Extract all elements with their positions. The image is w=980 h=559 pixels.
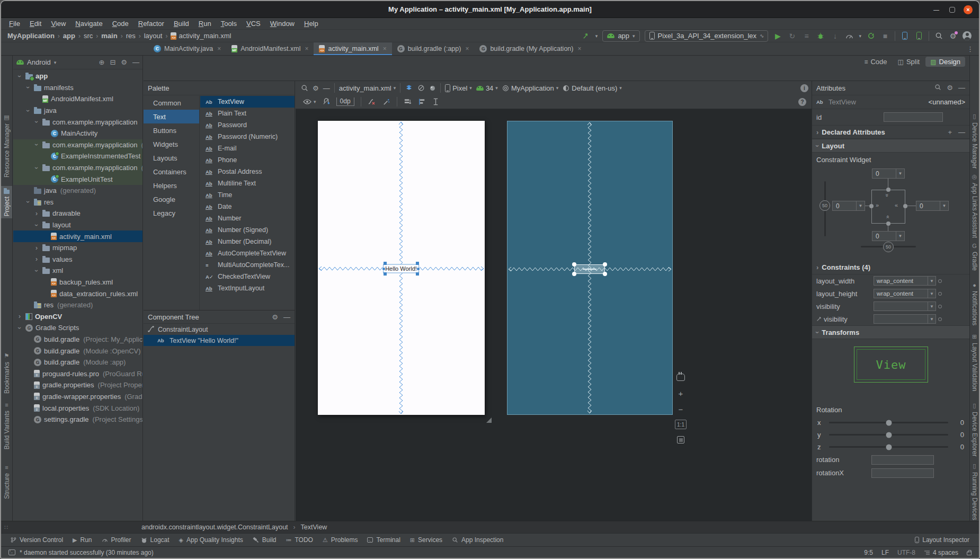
menu-tools[interactable]: Tools: [216, 20, 242, 28]
project-item-opencv[interactable]: ›OpenCV: [13, 310, 142, 322]
layout-inspector-button[interactable]: Layout Inspector: [915, 536, 974, 544]
remove-attribute-icon[interactable]: —: [958, 128, 965, 136]
margin-bottom-selector[interactable]: 0▼: [872, 231, 905, 241]
tool-stripe-device-manager[interactable]: ▯Device Manager: [970, 111, 979, 171]
device-selector[interactable]: Pixel_3a_API_34_extension_lex ∿: [645, 30, 769, 42]
selection-handle[interactable]: [416, 272, 419, 276]
slider-track[interactable]: [829, 434, 948, 436]
constraint-anchor[interactable]: [416, 267, 420, 271]
resource-picker-icon[interactable]: [938, 292, 942, 296]
xml-breadcrumb-textview[interactable]: TextView: [301, 523, 327, 531]
help-icon[interactable]: ?: [798, 98, 806, 106]
chevron-collapsed-icon[interactable]: ›: [33, 210, 40, 217]
field-input[interactable]: [871, 468, 934, 478]
tool-window-run[interactable]: ▶Run: [68, 535, 96, 545]
component-textview-hello-world[interactable]: AbTextView "Hello World!": [144, 335, 295, 346]
attribute-value-selector[interactable]: ▼: [874, 314, 936, 324]
margin-right-selector[interactable]: 0▼: [916, 201, 949, 211]
palette-item-multiline-text[interactable]: AbMultiline Text: [200, 178, 295, 189]
palette-item-password-numeric[interactable]: AbPassword (Numeric): [200, 131, 295, 143]
selection-handle[interactable]: [572, 262, 576, 267]
slider-track[interactable]: [829, 422, 948, 423]
palette-item-multiautocompletetex[interactable]: ≡MultiAutoCompleteTex...: [200, 259, 295, 271]
file-encoding[interactable]: UTF-8: [897, 549, 915, 556]
stop-icon[interactable]: ■: [880, 31, 890, 41]
tool-stripe-gradle[interactable]: GGradle: [970, 240, 979, 273]
palette-category-text[interactable]: Text: [144, 110, 199, 123]
palette-item-plain-text[interactable]: AbPlain Text: [200, 108, 295, 119]
project-item-res[interactable]: ›res: [13, 197, 142, 208]
palette-category-buttons[interactable]: Buttons: [144, 123, 199, 137]
constraints-section[interactable]: ›Constraints (4): [812, 261, 969, 274]
palette-category-widgets[interactable]: Widgets: [144, 137, 199, 151]
palette-item-number-decimal[interactable]: AbNumber (Decimal): [200, 236, 295, 247]
info-icon[interactable]: i: [800, 84, 808, 92]
project-item-xml[interactable]: ›xml: [13, 265, 142, 277]
selection-handle[interactable]: [384, 272, 387, 276]
palette-item-textinputlayout[interactable]: AbTextInputLayout: [200, 282, 295, 294]
terminal-status-icon[interactable]: [8, 549, 15, 555]
tool-stripe-running-devices[interactable]: ▯Running Devices: [970, 460, 979, 522]
line-separator[interactable]: LF: [881, 549, 889, 556]
menu-edit[interactable]: Edit: [25, 20, 46, 28]
menu-navigate[interactable]: Navigate: [70, 20, 107, 28]
project-item-proguard-rules-pro-proguard-rule[interactable]: ≡proguard-rules.pro(ProGuard Rule: [13, 368, 142, 379]
vcs-update-icon[interactable]: [581, 31, 591, 41]
palette-item-phone[interactable]: AbPhone: [200, 154, 295, 166]
run-with-coverage-icon[interactable]: ≡: [801, 31, 811, 41]
tab-build-gradle-my-application[interactable]: Gbuild.gradle (My Application)×: [474, 42, 586, 55]
palette-category-common[interactable]: Common: [144, 96, 199, 110]
gradle-sync-icon[interactable]: [866, 31, 876, 41]
close-tab-icon[interactable]: ×: [465, 45, 469, 52]
indent-setting[interactable]: 4 spaces: [924, 549, 958, 556]
align-icon[interactable]: [418, 97, 426, 107]
xml-breadcrumb-androidx-constraintlayout-widget-constraintlayout[interactable]: androidx.constraintlayout.widget.Constra…: [141, 523, 288, 531]
zoom-in-button[interactable]: +: [675, 388, 686, 398]
tool-stripe-project[interactable]: Project: [1, 186, 12, 218]
tool-window-terminal[interactable]: ›_Terminal: [363, 535, 404, 545]
tool-window-todo[interactable]: ≔TODO: [281, 535, 317, 545]
blueprint-view-canvas[interactable]: [507, 121, 673, 415]
top-constraint-icon[interactable]: »: [884, 193, 890, 196]
project-item-com-example-myapplication-androidtest[interactable]: ›com.example.myapplication(androidTest): [13, 139, 142, 151]
palette-search-icon[interactable]: [301, 83, 308, 93]
api-version-selector[interactable]: 34▾: [476, 84, 498, 92]
tool-stripe-layout-validation[interactable]: ⊞Layout Validation: [970, 331, 979, 393]
tool-window-logcat[interactable]: Logcat: [137, 535, 174, 545]
chevron-expanded-icon[interactable]: ›: [16, 73, 23, 80]
vcs-dropdown-icon[interactable]: ▾: [595, 33, 598, 39]
design-blueprint-toggle-icon[interactable]: [405, 83, 413, 93]
close-tab-icon[interactable]: ×: [305, 45, 308, 52]
project-item-gradle-scripts[interactable]: ›GGradle Scripts: [13, 322, 142, 334]
caret-position[interactable]: 9:5: [864, 549, 873, 556]
default-margin-selector[interactable]: 0dp: [336, 97, 354, 106]
attribute-value-selector[interactable]: ▼: [874, 301, 936, 311]
chevron-expanded-icon[interactable]: ›: [25, 84, 31, 91]
canvas-resize-handle[interactable]: [486, 418, 492, 423]
horizontal-bias-value[interactable]: 50: [883, 242, 894, 252]
hide-panel-icon[interactable]: —: [132, 58, 139, 66]
project-item-app[interactable]: ›app: [13, 70, 142, 82]
slider-track[interactable]: [829, 446, 948, 448]
clear-constraints-icon[interactable]: [368, 97, 376, 107]
tool-window-services[interactable]: ⊞Services: [406, 535, 447, 545]
margin-left-selector[interactable]: 0▼: [832, 201, 865, 211]
project-item-build-gradle-module-opencv[interactable]: Gbuild.gradle(Module :OpenCV): [13, 345, 142, 357]
top-constraint-anchor[interactable]: [886, 188, 890, 192]
chevron-expanded-icon[interactable]: ›: [33, 221, 40, 229]
device-for-preview-selector[interactable]: Pixel▾: [445, 84, 472, 92]
palette-category-google[interactable]: Google: [144, 192, 199, 206]
palette-category-helpers[interactable]: Helpers: [144, 179, 199, 192]
palette-settings-icon[interactable]: ⚙: [313, 83, 319, 93]
project-item-mainactivity[interactable]: CMainActivity: [13, 128, 142, 139]
field-input[interactable]: [871, 455, 934, 465]
menu-run[interactable]: Run: [194, 20, 216, 28]
project-item-exampleinstrumentedtest[interactable]: CExampleInstrumentedTest: [13, 150, 142, 162]
add-attribute-icon[interactable]: +: [948, 128, 952, 136]
zoom-out-button[interactable]: −: [675, 404, 686, 414]
hide-panel-icon[interactable]: —: [958, 84, 965, 92]
palette-item-e-mail[interactable]: AbE-mail: [200, 143, 295, 154]
right-constraint-anchor[interactable]: [903, 204, 907, 208]
debug-button[interactable]: [816, 31, 825, 41]
slider-thumb[interactable]: [886, 444, 892, 450]
